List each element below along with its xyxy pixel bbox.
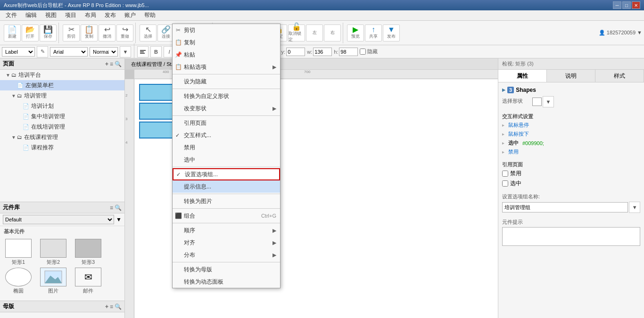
- cut-icon: ✂: [174, 27, 182, 33]
- ctx-sep-3: [173, 115, 280, 116]
- ctx-align[interactable]: 对齐 ▶: [173, 236, 280, 249]
- ctx-select[interactable]: 选中: [173, 154, 280, 166]
- ctx-group[interactable]: ⬛ 组合 Ctrl+G: [173, 210, 280, 222]
- ctx-sep-5: [173, 194, 280, 194]
- option-group-check: ✓: [176, 171, 181, 178]
- ctx-sep-2: [173, 89, 280, 89]
- distribute-arrow: ▶: [272, 252, 276, 258]
- ctx-order[interactable]: 顺序 ▶: [173, 224, 280, 236]
- ctx-paste[interactable]: 📌 粘贴: [173, 49, 280, 61]
- paste-icon: 📌: [174, 51, 182, 58]
- ctx-distribute[interactable]: 分布 ▶: [173, 249, 280, 261]
- paste-options-arrow: ▶: [272, 64, 276, 70]
- ctx-hide[interactable]: 设为隐藏: [173, 75, 280, 88]
- ctx-cut[interactable]: ✂ 剪切: [173, 24, 280, 36]
- order-arrow: ▶: [272, 228, 276, 234]
- ctx-change-shape[interactable]: 改变形状 ▶: [173, 102, 280, 114]
- ctx-paste-options[interactable]: 📋 粘贴选项 ▶: [173, 61, 280, 73]
- ctx-sep-8: [173, 262, 280, 262]
- ctx-set-option-group[interactable]: ✓ 设置选项组...: [173, 168, 280, 180]
- ctx-convert-dynamic[interactable]: 转换为动态面板: [173, 276, 280, 288]
- ctx-sep-7: [173, 223, 280, 223]
- ctx-convert-master[interactable]: 转换为母版: [173, 263, 280, 276]
- ctx-copy[interactable]: 📋 复制: [173, 36, 280, 49]
- copy-icon: 📋: [174, 39, 182, 46]
- ctx-tooltip[interactable]: 提示信息...: [173, 180, 280, 193]
- context-menu-overlay: ✂ 剪切 📋 复制 📌 粘贴 📋 粘贴选项 ▶ 设为隐藏 转换为自定义形状: [0, 0, 644, 318]
- interaction-check: ✓: [175, 132, 180, 139]
- paste-options-icon: 📋: [174, 64, 182, 70]
- ctx-ref-page[interactable]: 引用页面: [173, 117, 280, 129]
- ctx-sep-1: [173, 74, 280, 74]
- ctx-convert-shape[interactable]: 转换为自定义形状: [173, 90, 280, 102]
- group-icon: ⬛: [174, 212, 182, 219]
- group-shortcut: Ctrl+G: [261, 213, 276, 219]
- ctx-convert-image[interactable]: 转换为图片: [173, 195, 280, 207]
- align-arrow: ▶: [272, 240, 276, 246]
- ctx-sep-6: [173, 208, 280, 209]
- ctx-disable[interactable]: 禁用: [173, 141, 280, 154]
- ctx-sep-4: [173, 167, 280, 167]
- context-menu: ✂ 剪切 📋 复制 📌 粘贴 📋 粘贴选项 ▶ 设为隐藏 转换为自定义形状: [172, 24, 281, 288]
- ctx-interaction[interactable]: ✓ 交互样式...: [173, 129, 280, 141]
- change-shape-arrow: ▶: [272, 106, 276, 112]
